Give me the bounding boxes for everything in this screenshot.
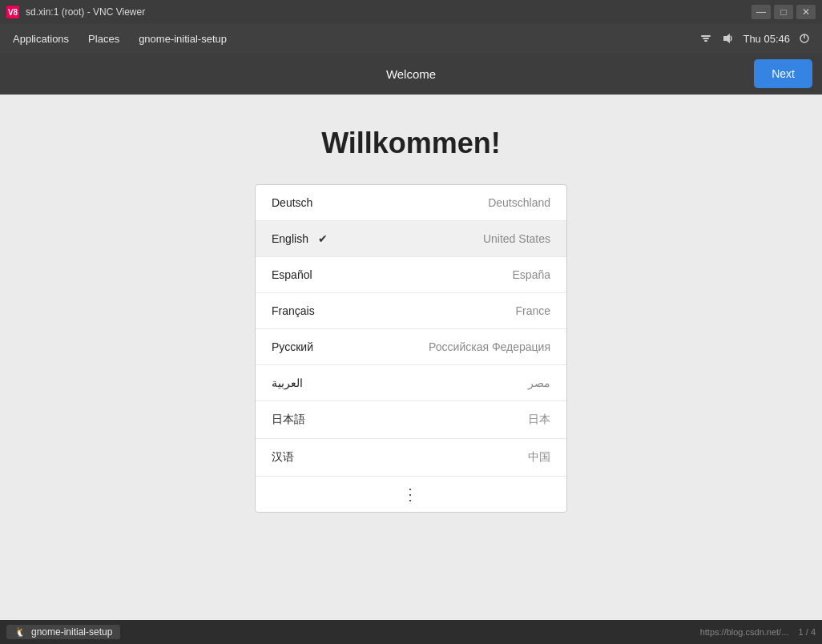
minimize-button[interactable]: — <box>751 5 771 19</box>
app-icon: V8 <box>6 6 19 18</box>
clock: Thu 05:46 <box>743 33 790 45</box>
header-title: Welcome <box>386 67 436 81</box>
menu-item-applications[interactable]: Applications <box>3 30 79 48</box>
more-languages-button[interactable]: ⋮ <box>256 477 566 512</box>
window-title: sd.xin:1 (root) - VNC Viewer <box>26 6 745 18</box>
main-content: Willkommen! Deutsch Deutschland English … <box>0 95 822 620</box>
taskbar-app-item[interactable]: 🐧 gnome-initial-setup <box>6 625 120 639</box>
volume-icon[interactable] <box>720 30 736 46</box>
taskbar-info: https://blog.csdn.net/... 1 / 4 <box>700 627 816 637</box>
vnc-content: Welcome Next Willkommen! Deutsch Deutsch… <box>0 53 822 620</box>
list-item[interactable]: English ✔ United States <box>256 221 566 257</box>
taskbar-app-icon: 🐧 <box>14 626 26 638</box>
lang-left: Deutsch <box>272 196 319 209</box>
system-tray: Thu 05:46 <box>698 30 819 46</box>
list-item[interactable]: Français France <box>256 293 566 329</box>
window-controls: — □ ✕ <box>751 5 816 19</box>
svg-rect-0 <box>701 35 711 37</box>
lang-left: English ✔ <box>272 232 328 245</box>
menu-item-gnome-setup[interactable]: gnome-initial-setup <box>129 30 236 48</box>
list-item[interactable]: العربية مصر <box>256 365 566 401</box>
list-item[interactable]: 汉语 中国 <box>256 439 566 477</box>
list-item[interactable]: 日本語 日本 <box>256 401 566 439</box>
svg-rect-2 <box>704 40 707 42</box>
menu-bar: Applications Places gnome-initial-setup … <box>0 24 822 53</box>
lang-left: 汉语 <box>272 450 300 465</box>
lang-left: 日本語 <box>272 413 312 427</box>
power-icon[interactable] <box>796 30 812 46</box>
title-bar: V8 sd.xin:1 (root) - VNC Viewer — □ ✕ <box>0 0 822 24</box>
next-button[interactable]: Next <box>754 59 812 88</box>
language-list: Deutsch Deutschland English ✔ United Sta… <box>255 184 567 513</box>
maximize-button[interactable]: □ <box>774 5 793 19</box>
list-item[interactable]: Русский Российская Федерация <box>256 329 566 365</box>
taskbar: 🐧 gnome-initial-setup https://blog.csdn.… <box>0 620 822 644</box>
page-counter: 1 / 4 <box>799 627 816 637</box>
list-item[interactable]: Deutsch Deutschland <box>256 185 566 221</box>
lang-left: Русский <box>272 340 320 353</box>
lang-left: Français <box>272 304 321 317</box>
list-item[interactable]: Español España <box>256 257 566 293</box>
svg-marker-3 <box>723 34 730 43</box>
page-url: https://blog.csdn.net/... <box>700 627 789 637</box>
lang-left: Español <box>272 268 319 281</box>
close-button[interactable]: ✕ <box>796 5 816 19</box>
svg-rect-1 <box>703 38 709 39</box>
gnome-header: Welcome Next <box>0 53 822 95</box>
lang-left: العربية <box>272 376 309 389</box>
welcome-heading: Willkommen! <box>321 127 501 160</box>
network-icon[interactable] <box>698 30 714 46</box>
menu-item-places[interactable]: Places <box>79 30 129 48</box>
taskbar-app-label: gnome-initial-setup <box>31 626 112 638</box>
